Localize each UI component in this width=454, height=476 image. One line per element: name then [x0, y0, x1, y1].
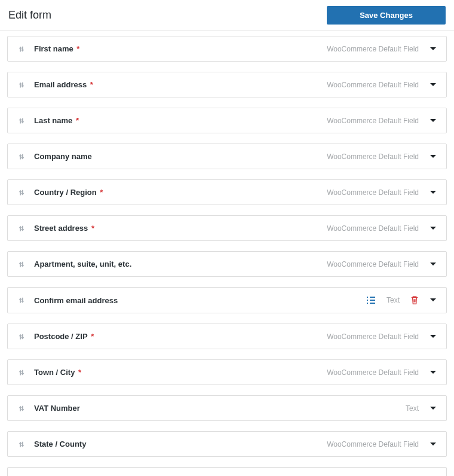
page-header: Edit form Save Changes: [0, 0, 454, 31]
sort-arrows-icon[interactable]: [17, 117, 26, 125]
field-row[interactable]: State / CountyWooCommerce Default Field: [7, 431, 447, 457]
field-type-label: WooCommerce Default Field: [327, 260, 419, 268]
field-row[interactable]: Town / City *WooCommerce Default Field: [7, 359, 447, 385]
chevron-down-icon[interactable]: [430, 226, 437, 231]
required-indicator: *: [76, 368, 81, 377]
sort-arrows-icon[interactable]: [17, 404, 26, 413]
sort-arrows-icon[interactable]: [17, 81, 26, 89]
field-type-label: WooCommerce Default Field: [327, 224, 419, 233]
field-meta: WooCommerce Default Field: [327, 152, 437, 161]
sort-arrows-icon[interactable]: [17, 368, 26, 377]
field-label: Postcode / ZIP *: [34, 332, 327, 341]
required-indicator: *: [89, 224, 94, 233]
sort-arrows-icon[interactable]: [17, 188, 26, 197]
field-type-label: WooCommerce Default Field: [327, 81, 419, 89]
field-row[interactable]: PhoneWooCommerce Default Field: [7, 467, 447, 476]
sort-arrows-icon[interactable]: [17, 260, 26, 268]
required-indicator: *: [98, 188, 103, 197]
field-type-label: WooCommerce Default Field: [327, 332, 419, 341]
field-row[interactable]: VAT NumberText: [7, 395, 447, 421]
field-label: Confirm email address: [34, 296, 366, 305]
chevron-down-icon[interactable]: [430, 154, 437, 159]
chevron-down-icon[interactable]: [430, 190, 437, 195]
chevron-down-icon[interactable]: [430, 47, 437, 51]
field-meta: WooCommerce Default Field: [327, 188, 437, 197]
chevron-down-icon[interactable]: [430, 298, 437, 303]
field-row[interactable]: Apartment, suite, unit, etc.WooCommerce …: [7, 251, 447, 277]
field-row[interactable]: Street address *WooCommerce Default Fiel…: [7, 215, 447, 241]
sort-arrows-icon[interactable]: [17, 45, 26, 53]
required-indicator: *: [75, 44, 80, 53]
field-meta: WooCommerce Default Field: [327, 224, 437, 233]
field-label: Town / City *: [34, 368, 327, 377]
field-meta: WooCommerce Default Field: [327, 117, 437, 125]
field-label: Email address *: [34, 80, 327, 89]
field-row[interactable]: Last name *WooCommerce Default Field: [7, 108, 447, 133]
field-label: State / County: [34, 440, 327, 448]
sort-arrows-icon[interactable]: [17, 152, 26, 161]
required-indicator: *: [73, 116, 79, 125]
field-meta: Text: [366, 295, 437, 305]
field-row[interactable]: First name *WooCommerce Default Field: [7, 36, 447, 62]
field-label: Country / Region *: [34, 188, 327, 197]
chevron-down-icon[interactable]: [430, 262, 437, 267]
required-indicator: *: [89, 332, 94, 341]
field-label: Apartment, suite, unit, etc.: [34, 260, 327, 268]
field-type-label: Text: [406, 404, 419, 413]
chevron-down-icon[interactable]: [430, 83, 437, 87]
sort-arrows-icon[interactable]: [17, 332, 26, 341]
fields-list: First name *WooCommerce Default FieldEma…: [0, 31, 454, 476]
field-type-label: WooCommerce Default Field: [327, 368, 419, 377]
field-row[interactable]: Postcode / ZIP *WooCommerce Default Fiel…: [7, 324, 447, 349]
field-meta: WooCommerce Default Field: [327, 332, 437, 341]
chevron-down-icon[interactable]: [430, 334, 437, 339]
chevron-down-icon[interactable]: [430, 442, 437, 447]
chevron-down-icon[interactable]: [430, 370, 437, 375]
chevron-down-icon[interactable]: [430, 118, 437, 123]
field-meta: WooCommerce Default Field: [327, 440, 437, 448]
field-type-label: WooCommerce Default Field: [327, 440, 419, 448]
sort-arrows-icon[interactable]: [17, 440, 26, 448]
field-label: Company name: [34, 152, 327, 161]
field-type-label: WooCommerce Default Field: [327, 117, 419, 125]
field-meta: WooCommerce Default Field: [327, 81, 437, 89]
field-meta: WooCommerce Default Field: [327, 368, 437, 377]
field-type-label: WooCommerce Default Field: [327, 188, 419, 197]
required-indicator: *: [88, 80, 93, 89]
field-label: Last name *: [34, 116, 327, 125]
field-meta: Text: [406, 404, 437, 413]
field-type-label: Text: [386, 296, 400, 304]
field-meta: WooCommerce Default Field: [327, 260, 437, 268]
chevron-down-icon[interactable]: [430, 406, 437, 411]
save-changes-button[interactable]: Save Changes: [327, 6, 446, 25]
sort-arrows-icon[interactable]: [17, 224, 26, 233]
field-meta: WooCommerce Default Field: [327, 45, 437, 53]
field-type-label: WooCommerce Default Field: [327, 45, 419, 53]
list-icon[interactable]: [366, 296, 376, 304]
field-row[interactable]: Email address *WooCommerce Default Field: [7, 72, 447, 97]
trash-icon[interactable]: [410, 295, 419, 305]
field-label: VAT Number: [34, 404, 406, 413]
page-title: Edit form: [8, 9, 51, 22]
field-label: First name *: [34, 44, 327, 53]
field-row[interactable]: Confirm email addressText: [7, 287, 447, 313]
field-row[interactable]: Country / Region *WooCommerce Default Fi…: [7, 179, 447, 205]
field-label: Street address *: [34, 224, 327, 233]
sort-arrows-icon[interactable]: [17, 296, 26, 304]
field-type-label: WooCommerce Default Field: [327, 152, 419, 161]
field-row[interactable]: Company nameWooCommerce Default Field: [7, 144, 447, 169]
